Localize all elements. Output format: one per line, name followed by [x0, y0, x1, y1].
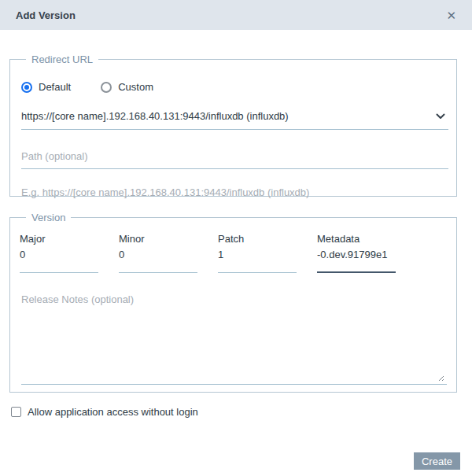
major-label: Major	[20, 233, 98, 245]
radio-default-label[interactable]: Default	[39, 81, 71, 93]
patch-input[interactable]	[218, 249, 297, 273]
major-field: Major	[20, 233, 98, 273]
redirect-type-radio-group: Default Custom	[21, 81, 448, 93]
patch-label: Patch	[218, 233, 297, 245]
dialog-title: Add Version	[16, 9, 76, 21]
metadata-input[interactable]	[317, 249, 396, 273]
dialog-footer: Create	[414, 452, 460, 470]
radio-default[interactable]: Default	[21, 81, 71, 93]
close-icon[interactable]: ✕	[444, 8, 458, 23]
url-example-hint: E.g. https://[core name].192.168.40.131:…	[21, 186, 448, 198]
metadata-field: Metadata	[317, 233, 396, 273]
patch-field: Patch	[218, 233, 297, 273]
radio-custom-label[interactable]: Custom	[118, 81, 153, 93]
dialog-header: Add Version ✕	[0, 0, 472, 30]
release-notes-wrap	[21, 286, 448, 385]
radio-default-control[interactable]	[21, 82, 32, 93]
major-input[interactable]	[20, 249, 98, 273]
chevron-down-icon	[436, 113, 445, 120]
version-section: Version Major Minor Patch Metadata	[9, 212, 457, 393]
minor-field: Minor	[119, 233, 197, 273]
redirect-url-legend: Redirect URL	[26, 54, 98, 65]
create-button[interactable]: Create	[414, 452, 460, 470]
redirect-url-section: Redirect URL Default Custom https://[cor…	[9, 54, 457, 197]
minor-label: Minor	[119, 233, 197, 245]
release-notes-textarea[interactable]	[21, 286, 447, 385]
metadata-label: Metadata	[317, 233, 396, 245]
allow-access-option[interactable]: Allow application access without login	[11, 406, 472, 418]
radio-custom-control[interactable]	[101, 82, 112, 93]
allow-access-label[interactable]: Allow application access without login	[28, 406, 198, 418]
version-legend: Version	[26, 212, 71, 223]
version-grid: Major Minor Patch Metadata	[20, 233, 448, 273]
radio-custom[interactable]: Custom	[101, 81, 153, 93]
path-input[interactable]	[21, 150, 448, 169]
minor-input[interactable]	[119, 249, 197, 273]
allow-access-checkbox[interactable]	[11, 407, 21, 417]
redirect-url-select-value: https://[core name].192.168.40.131:9443/…	[21, 110, 289, 122]
redirect-url-select[interactable]: https://[core name].192.168.40.131:9443/…	[21, 110, 448, 130]
